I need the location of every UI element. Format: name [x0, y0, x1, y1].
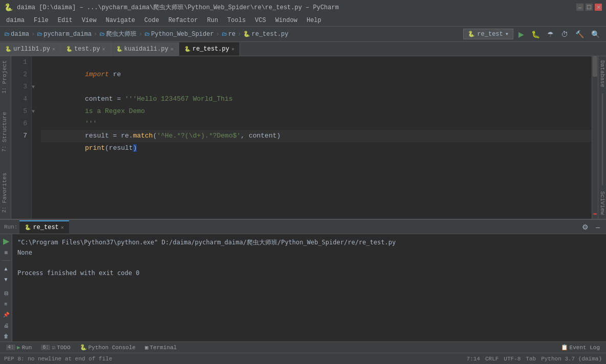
- tab-re-test-close[interactable]: ✕: [231, 46, 234, 52]
- run-output: "C:\Program Files\Python37\python.exe" D…: [12, 234, 606, 342]
- event-log-label: Event Log: [570, 345, 600, 351]
- breadcrumb-file[interactable]: re_test.py: [251, 31, 288, 38]
- bottom-tool-event-log[interactable]: 📋 Event Log: [557, 343, 604, 352]
- status-indentation[interactable]: Tab: [526, 356, 536, 362]
- tab-urllib1-close[interactable]: ✕: [52, 46, 55, 52]
- debug-button[interactable]: 🐛: [529, 29, 542, 39]
- line-num-7: 7: [15, 130, 27, 142]
- menu-navigate[interactable]: Navigate: [101, 16, 139, 25]
- breadcrumb-project[interactable]: Python_Web_Spider: [151, 31, 213, 38]
- menu-edit[interactable]: Edit: [54, 16, 77, 25]
- panel-icon-5[interactable]: 🗑: [2, 332, 11, 340]
- panel-icon-2[interactable]: ≡: [3, 300, 10, 308]
- tab-urllib1[interactable]: 🐍 urllib1.py ✕: [0, 42, 61, 56]
- bottom-panel: Run: 🐍 re_test ✕ ⚙ – ▶ ■ ▲ ▼ ⊟ ≡ 📌 🖨 🗑: [0, 219, 606, 342]
- output-line-2: None: [17, 247, 601, 258]
- tab-test[interactable]: 🐍 test.py ✕: [61, 42, 111, 56]
- line-num-1: 1: [15, 56, 27, 69]
- run-config-arrow-icon: ▾: [505, 30, 509, 38]
- sidebar-item-project[interactable]: 1: Project: [0, 56, 11, 98]
- status-bar: PEP 8: no newline at end of file 7:14 CR…: [0, 353, 606, 364]
- fold-arrow-3[interactable]: ▼: [32, 81, 41, 93]
- status-line-ending[interactable]: CRLF: [485, 356, 499, 362]
- editor-scrollbar[interactable]: [592, 56, 598, 219]
- coverage-button[interactable]: ☂: [545, 29, 556, 39]
- menu-window[interactable]: Window: [271, 16, 301, 25]
- bottom-tool-run[interactable]: 4: ▶ Run: [2, 343, 36, 352]
- gutter: ▼ ▼: [32, 56, 41, 219]
- code-line-3: content = '''Hello 1234567 World_This: [41, 81, 592, 93]
- breadcrumb-daima[interactable]: daima: [11, 31, 29, 38]
- minimize-panel-button[interactable]: –: [594, 222, 602, 232]
- line-num-5: 5: [15, 105, 27, 118]
- python-console-label: Python Console: [89, 345, 136, 351]
- bottom-toolbar: 4: ▶ Run 6: ☑ TODO 🐍 Python Console ▣ Te…: [0, 342, 606, 353]
- window-controls[interactable]: – ☐ ✕: [576, 4, 602, 11]
- profile-button[interactable]: ⏱: [559, 29, 570, 39]
- python-console-icon: 🐍: [80, 344, 87, 351]
- breadcrumb-pycharm-daima[interactable]: pycharm_daima: [44, 31, 92, 38]
- build-button[interactable]: 🔨: [573, 29, 586, 39]
- editor-container: 1 2 3 4 5 6 7 ▼ ▼: [11, 56, 598, 219]
- line-num-6: 6: [15, 118, 27, 130]
- status-right: 7:14 CRLF UTF-8 Tab Python 3.7 (daima): [467, 356, 602, 362]
- menu-file[interactable]: File: [30, 16, 53, 25]
- bottom-tool-terminal[interactable]: ▣ Terminal: [141, 343, 181, 352]
- panel-icon-1[interactable]: ⊟: [2, 289, 10, 297]
- bottom-panel-settings: ⚙ –: [580, 222, 602, 232]
- right-panel-database[interactable]: Database: [598, 56, 607, 92]
- left-panel-labels: 1: Project 7: Structure 2: Favorites: [0, 56, 11, 219]
- breadcrumb-class[interactable]: 爬虫大师班: [106, 30, 137, 38]
- tab-kuaidaili[interactable]: 🐍 kuaidaili.py ✕: [111, 42, 179, 56]
- breadcrumb-re[interactable]: re: [228, 31, 235, 38]
- error-marker: [593, 213, 597, 215]
- tab-urllib1-label: urllib1.py: [13, 46, 50, 53]
- bottom-tab-re-test[interactable]: 🐍 re_test ✕: [19, 220, 69, 234]
- tab-kuaidaili-close[interactable]: ✕: [170, 46, 174, 52]
- maximize-button[interactable]: ☐: [586, 4, 593, 11]
- menu-daima[interactable]: daima: [2, 16, 29, 25]
- scroll-up-button[interactable]: ▲: [2, 265, 11, 272]
- menu-code[interactable]: Code: [140, 16, 163, 25]
- status-python-version[interactable]: Python 3.7 (daima): [541, 356, 602, 362]
- search-button[interactable]: 🔍: [589, 29, 602, 39]
- menu-vcs[interactable]: VCS: [251, 16, 270, 25]
- stop-button[interactable]: ■: [4, 249, 8, 256]
- code-editor[interactable]: import re content = '''Hello 1234567 Wor…: [41, 56, 592, 219]
- settings-button[interactable]: ⚙: [580, 222, 591, 232]
- menu-run[interactable]: Run: [203, 16, 222, 25]
- run-button[interactable]: ▶: [516, 29, 526, 39]
- tab-test-close[interactable]: ✕: [102, 46, 105, 52]
- run-config-selector[interactable]: 🐍 re_test ▾: [463, 29, 513, 39]
- fold-arrow-5[interactable]: ▼: [32, 105, 41, 118]
- sidebar-item-favorites[interactable]: 2: Favorites: [0, 169, 11, 217]
- close-button[interactable]: ✕: [595, 4, 602, 11]
- status-position[interactable]: 7:14: [467, 356, 480, 362]
- bottom-tool-run-label: Run: [22, 345, 32, 351]
- rerun-button[interactable]: ▶: [3, 236, 9, 246]
- panel-icon-4[interactable]: 🖨: [2, 322, 11, 329]
- status-encoding[interactable]: UTF-8: [504, 356, 521, 362]
- menu-help[interactable]: Help: [302, 16, 326, 25]
- bottom-tab-close-icon[interactable]: ✕: [61, 224, 64, 231]
- bottom-tool-todo[interactable]: 6: ☑ TODO: [37, 343, 74, 352]
- editor-gutter: 1 2 3 4 5 6 7 ▼ ▼: [11, 56, 598, 219]
- todo-icon: ☑: [52, 344, 55, 351]
- panel-icon-3[interactable]: 📌: [1, 311, 11, 318]
- menu-refactor[interactable]: Refactor: [164, 16, 202, 25]
- code-line-1: import re: [41, 56, 592, 69]
- right-panel-sciview[interactable]: SciView: [598, 187, 607, 219]
- window-title: daima [D:\daima] – ...\pycharm_daima\爬虫大…: [17, 3, 339, 12]
- sidebar-item-structure[interactable]: 7: Structure: [0, 108, 11, 156]
- code-line-6: result = re.match('^He.*?(\d+).*?Demo$',…: [41, 118, 592, 130]
- scroll-down-button[interactable]: ▼: [2, 276, 11, 283]
- menu-view[interactable]: View: [78, 16, 101, 25]
- minimize-button[interactable]: –: [576, 4, 583, 11]
- breadcrumb: 🗁 daima › 🗁 pycharm_daima › 🗁 爬虫大师班 › 🗁 …: [4, 30, 289, 38]
- app-icon: 🐍: [4, 3, 13, 12]
- menu-tools[interactable]: Tools: [223, 16, 250, 25]
- tab-re-test[interactable]: 🐍 re_test.py ✕: [179, 42, 240, 56]
- bottom-tool-python-console[interactable]: 🐍 Python Console: [76, 343, 140, 352]
- run-panel: ▶ ■ ▲ ▼ ⊟ ≡ 📌 🖨 🗑 "C:\Program Files\Pyth…: [0, 234, 606, 342]
- output-line-4: Process finished with exit code 0: [17, 268, 601, 278]
